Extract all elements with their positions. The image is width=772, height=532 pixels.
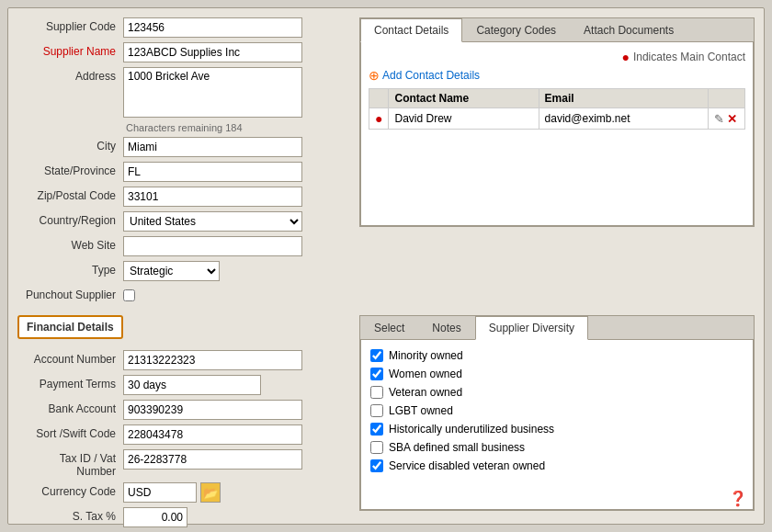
contact-main-indicator: ●: [369, 108, 389, 130]
diversity-item-lgbt: LGBT owned: [370, 404, 744, 417]
sort-label: Sort /Swift Code: [17, 424, 123, 440]
stax-input[interactable]: [123, 507, 187, 527]
country-label: Country/Region: [17, 211, 123, 227]
minority-owned-label: Minority owned: [389, 349, 463, 362]
minority-owned-checkbox[interactable]: [370, 349, 383, 362]
account-input[interactable]: [123, 350, 302, 370]
char-remaining-text: Characters remaining 184: [126, 122, 348, 133]
contact-table: Contact Name Email ● David Drew david@ex…: [369, 88, 745, 130]
address-label: Address: [17, 67, 123, 83]
col-email: Email: [539, 89, 708, 108]
help-icon[interactable]: ❓: [729, 490, 747, 507]
lgbt-owned-checkbox[interactable]: [370, 404, 383, 417]
col-contact-name: Contact Name: [389, 89, 539, 108]
contact-row: ● David Drew david@eximb.net ✎ ✕: [369, 108, 745, 130]
supplier-code-label: Supplier Code: [17, 17, 123, 33]
stax-label: S. Tax %: [17, 507, 123, 523]
supplier-name-label: Supplier Name: [17, 42, 123, 58]
type-select[interactable]: Strategic: [123, 261, 220, 281]
sdvo-checkbox[interactable]: [370, 459, 383, 472]
indicates-dot: ●: [621, 50, 629, 64]
contact-tab-content: ● Indicates Main Contact ⊕ Add Contact D…: [360, 42, 754, 226]
add-contact-link[interactable]: ⊕ Add Contact Details: [369, 68, 745, 83]
zip-input[interactable]: [123, 187, 302, 207]
diversity-item-minority: Minority owned: [370, 349, 744, 362]
website-label: Web Site: [17, 236, 123, 252]
sba-checkbox[interactable]: [370, 441, 383, 454]
city-label: City: [17, 137, 123, 153]
tab-supplier-diversity[interactable]: Supplier Diversity: [475, 316, 588, 340]
state-label: State/Province: [17, 162, 123, 177]
edit-contact-icon[interactable]: ✎: [714, 112, 724, 126]
supplier-name-input[interactable]: [123, 42, 302, 62]
tab-attach-documents[interactable]: Attach Documents: [570, 18, 687, 41]
bank-label: Bank Account: [17, 400, 123, 415]
tab-category-codes[interactable]: Category Codes: [462, 18, 570, 41]
state-input[interactable]: [123, 162, 302, 182]
country-select[interactable]: United States: [123, 211, 302, 232]
tab-notes[interactable]: Notes: [418, 316, 474, 339]
tab-contact-details[interactable]: Contact Details: [360, 18, 462, 42]
supplier-code-input[interactable]: [123, 17, 302, 38]
lgbt-owned-label: LGBT owned: [389, 404, 453, 417]
contact-action-cell: ✎ ✕: [709, 108, 745, 130]
sdvo-label: Service disabled veteran owned: [389, 459, 545, 472]
hub-label: Historically underutilized business: [389, 423, 554, 436]
diversity-item-sdvo: Service disabled veteran owned: [370, 459, 744, 472]
diversity-tab-content: Minority owned Women owned Veteran owned…: [360, 340, 754, 510]
diversity-item-women: Women owned: [370, 368, 744, 380]
currency-input[interactable]: [123, 482, 197, 503]
taxid-label: Tax ID / Vat Number: [17, 449, 123, 478]
veteran-owned-checkbox[interactable]: [370, 386, 383, 399]
zip-label: Zip/Postal Code: [17, 187, 123, 202]
add-contact-icon: ⊕: [369, 68, 380, 83]
website-input[interactable]: [123, 236, 302, 256]
address-input[interactable]: 1000 Brickel Ave: [123, 67, 302, 118]
payment-input[interactable]: [123, 375, 261, 395]
diversity-item-veteran: Veteran owned: [370, 386, 744, 399]
type-label: Type: [17, 261, 123, 277]
col-indicator: [369, 89, 389, 108]
sba-label: SBA defined small business: [389, 441, 525, 454]
indicates-label: Indicates Main Contact: [633, 51, 745, 63]
city-input[interactable]: [123, 137, 302, 157]
veteran-owned-label: Veteran owned: [389, 386, 462, 399]
contact-name-cell: David Drew: [389, 108, 539, 130]
currency-label: Currency Code: [17, 482, 123, 498]
delete-contact-icon[interactable]: ✕: [727, 112, 737, 126]
taxid-input[interactable]: [123, 449, 302, 470]
diversity-item-sba: SBA defined small business: [370, 441, 744, 454]
women-owned-checkbox[interactable]: [370, 368, 383, 380]
diversity-item-hub: Historically underutilized business: [370, 423, 744, 436]
tab-select[interactable]: Select: [360, 316, 418, 339]
sort-input[interactable]: [123, 424, 302, 445]
punchout-checkbox[interactable]: [123, 289, 135, 301]
payment-label: Payment Terms: [17, 375, 123, 391]
add-contact-label: Add Contact Details: [382, 69, 480, 82]
col-actions: [709, 89, 745, 108]
women-owned-label: Women owned: [389, 368, 462, 380]
punchout-label: Punchout Supplier: [17, 286, 123, 301]
bank-input[interactable]: [123, 400, 302, 420]
financial-section-header: Financial Details: [17, 315, 123, 339]
hub-checkbox[interactable]: [370, 423, 383, 436]
currency-folder-icon[interactable]: 📂: [200, 482, 221, 503]
contact-email-cell: david@eximb.net: [539, 108, 708, 130]
account-label: Account Number: [17, 350, 123, 366]
